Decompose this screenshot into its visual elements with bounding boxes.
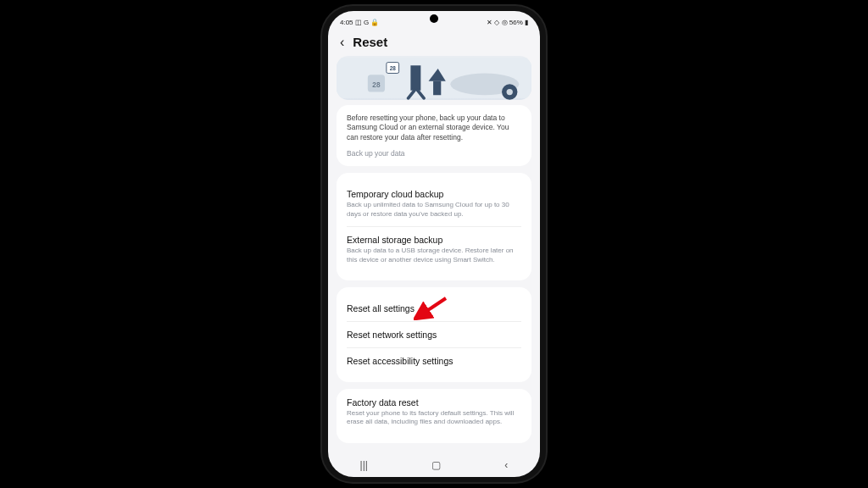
item-title: Reset accessibility settings <box>347 356 521 366</box>
item-title: Reset all settings <box>347 303 521 313</box>
svg-text:28: 28 <box>390 65 397 71</box>
status-time: 4:05 <box>340 19 353 26</box>
item-title: Factory data reset <box>347 397 521 408</box>
screen: 4:05 ◫ G 🔒 ✕ ◇ ◎ 56% ▮ ‹ Reset 28 28 <box>328 11 540 477</box>
svg-point-8 <box>507 89 513 95</box>
app-header: ‹ Reset <box>328 30 540 56</box>
reset-network-settings[interactable]: Reset network settings <box>347 321 521 347</box>
factory-reset-card: Factory data reset Reset your phone to i… <box>337 389 531 443</box>
android-nav-bar: ||| ▢ ‹ <box>328 455 540 477</box>
status-right: ✕ ◇ ◎ 56% ▮ <box>487 19 528 26</box>
item-subtitle: Back up unlimited data to Samsung Cloud … <box>347 201 521 219</box>
info-text: Before resetting your phone, back up you… <box>347 114 521 142</box>
item-title: External storage backup <box>347 235 521 245</box>
item-title: Reset network settings <box>347 330 521 340</box>
recents-button[interactable]: ||| <box>360 459 368 471</box>
header-illustration: 28 28 <box>337 56 531 100</box>
item-subtitle: Back up data to a USB storage device. Re… <box>347 247 521 264</box>
reset-options-card: Reset all settings Reset network setting… <box>337 287 531 382</box>
info-card: Before resetting your phone, back up you… <box>337 105 531 166</box>
reset-all-settings[interactable]: Reset all settings <box>347 296 521 321</box>
page-title: Reset <box>353 35 387 49</box>
phone-frame: 4:05 ◫ G 🔒 ✕ ◇ ◎ 56% ▮ ‹ Reset 28 28 <box>322 6 546 482</box>
content-scroll[interactable]: Before resetting your phone, back up you… <box>328 105 540 455</box>
factory-data-reset[interactable]: Factory data reset Reset your phone to i… <box>347 397 521 435</box>
temporary-cloud-backup[interactable]: Temporary cloud backup Back up unlimited… <box>347 181 521 226</box>
item-subtitle: Reset your phone to its factory default … <box>347 409 521 427</box>
back-button[interactable]: ‹ <box>504 459 508 471</box>
status-right-icons: ✕ ◇ ◎ 56% ▮ <box>487 19 528 26</box>
external-storage-backup[interactable]: External storage backup Back up data to … <box>347 226 521 272</box>
svg-text:28: 28 <box>372 81 381 89</box>
back-icon[interactable]: ‹ <box>340 36 344 49</box>
status-left-icons: ◫ G 🔒 <box>355 19 380 26</box>
status-left: 4:05 ◫ G 🔒 <box>340 19 379 26</box>
svg-rect-5 <box>433 81 441 96</box>
item-title: Temporary cloud backup <box>347 189 521 199</box>
camera-notch <box>430 14 438 23</box>
home-button[interactable]: ▢ <box>431 459 441 471</box>
backup-options-card: Temporary cloud backup Back up unlimited… <box>337 173 531 280</box>
reset-accessibility-settings[interactable]: Reset accessibility settings <box>347 347 521 374</box>
backup-link[interactable]: Back up your data <box>347 149 521 158</box>
